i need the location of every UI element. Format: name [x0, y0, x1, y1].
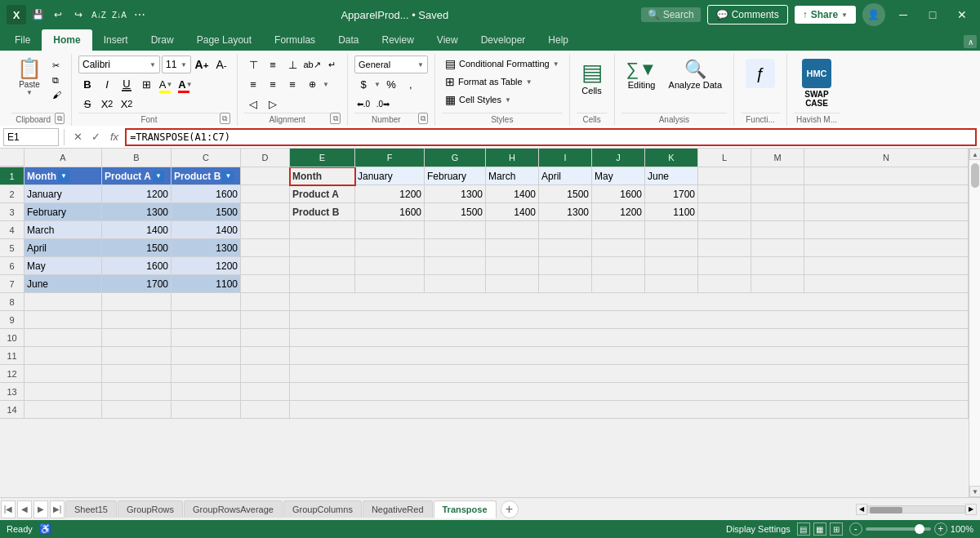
tab-page-layout[interactable]: Page Layout	[185, 29, 263, 51]
cell-C8[interactable]	[172, 293, 241, 311]
row-num-7[interactable]: 7	[0, 275, 24, 293]
cell-J1[interactable]: May	[592, 167, 645, 185]
cell-H3[interactable]: 1400	[486, 203, 539, 221]
cell-rest-9[interactable]	[290, 311, 969, 329]
analyze-data-button[interactable]: 🔍 Analyze Data	[664, 56, 727, 93]
cell-K4[interactable]	[645, 221, 698, 239]
cell-A1[interactable]: Month ▼	[24, 167, 102, 185]
row-num-2[interactable]: 2	[0, 185, 24, 203]
cell-D6[interactable]	[241, 257, 290, 275]
row-num-3[interactable]: 3	[0, 203, 24, 221]
subscript-button[interactable]: X2	[98, 95, 116, 113]
tab-view[interactable]: View	[425, 29, 470, 51]
tab-developer[interactable]: Developer	[470, 29, 537, 51]
cell-M3[interactable]	[751, 203, 804, 221]
cell-H6[interactable]	[486, 257, 539, 275]
cell-rest-11[interactable]	[290, 347, 969, 365]
cell-F6[interactable]	[355, 257, 425, 275]
cell-L1[interactable]	[698, 167, 751, 185]
cell-D10[interactable]	[241, 329, 290, 347]
cell-G1[interactable]: February	[425, 167, 486, 185]
cell-M1[interactable]	[751, 167, 804, 185]
sheet-tab-groupcolumns[interactable]: GroupColumns	[283, 500, 362, 518]
orientation-button[interactable]: ab↗	[303, 56, 321, 73]
cell-J6[interactable]	[592, 257, 645, 275]
cell-L4[interactable]	[698, 221, 751, 239]
align-right-button[interactable]: ≡	[283, 75, 301, 93]
cell-A9[interactable]	[24, 311, 102, 329]
ribbon-collapse-icon[interactable]: ∧	[964, 35, 977, 48]
cell-I2[interactable]: 1500	[539, 185, 592, 203]
cell-E5[interactable]	[290, 239, 355, 257]
tab-scroll-right[interactable]: ▶|	[50, 500, 65, 518]
cell-B9[interactable]	[102, 311, 172, 329]
strikethrough-button[interactable]: S	[78, 95, 96, 113]
tab-data[interactable]: Data	[327, 29, 370, 51]
cell-D14[interactable]	[241, 401, 290, 419]
cell-C6[interactable]: 1200	[172, 257, 241, 275]
cell-A14[interactable]	[24, 401, 102, 419]
accounting-format-button[interactable]: $	[354, 75, 372, 93]
cell-B3[interactable]: 1300	[102, 203, 172, 221]
swap-case-button[interactable]: HMC SWAP CASE	[794, 56, 840, 111]
conditional-formatting-button[interactable]: ▤ Conditional Formatting ▼	[442, 56, 563, 72]
col-header-N[interactable]: N	[804, 149, 969, 167]
cell-D1[interactable]	[241, 167, 290, 185]
copy-button[interactable]: ⧉	[49, 73, 65, 87]
cell-rest-8[interactable]	[290, 293, 969, 311]
minimize-button[interactable]: ─	[892, 3, 915, 26]
cell-E4[interactable]	[290, 221, 355, 239]
tab-draw[interactable]: Draw	[140, 29, 185, 51]
cell-A2[interactable]: January	[24, 185, 102, 203]
sheet-tab-grouprows[interactable]: GroupRows	[118, 500, 183, 518]
cell-J4[interactable]	[592, 221, 645, 239]
decrease-indent-button[interactable]: ◁	[244, 95, 262, 113]
col-header-M[interactable]: M	[751, 149, 804, 167]
increase-decimal-button[interactable]: .0➡	[374, 95, 392, 113]
align-bottom-button[interactable]: ⊥	[283, 56, 301, 73]
page-break-view-button[interactable]: ⊞	[830, 522, 843, 536]
cell-B10[interactable]	[102, 329, 172, 347]
cell-D2[interactable]	[241, 185, 290, 203]
clipboard-expand[interactable]: ⧉	[55, 113, 65, 124]
number-format-selector[interactable]: General ▼	[354, 56, 428, 73]
cell-D5[interactable]	[241, 239, 290, 257]
cell-A5[interactable]: April	[24, 239, 102, 257]
fill-color-button[interactable]: A ▼	[157, 75, 175, 93]
cell-G4[interactable]	[425, 221, 486, 239]
row-num-9[interactable]: 9	[0, 311, 24, 329]
align-left-button[interactable]: ≡	[244, 75, 262, 93]
cell-M2[interactable]	[751, 185, 804, 203]
cell-C4[interactable]: 1400	[172, 221, 241, 239]
bold-button[interactable]: B	[78, 75, 96, 93]
cell-M5[interactable]	[751, 239, 804, 257]
cell-D9[interactable]	[241, 311, 290, 329]
col-header-H[interactable]: H	[486, 149, 539, 167]
format-as-table-button[interactable]: ⊞ Format as Table ▼	[442, 73, 563, 90]
cell-A4[interactable]: March	[24, 221, 102, 239]
formula-input[interactable]	[125, 128, 977, 146]
cell-C5[interactable]: 1300	[172, 239, 241, 257]
cell-H7[interactable]	[486, 275, 539, 293]
cell-K1[interactable]: June	[645, 167, 698, 185]
cell-G7[interactable]	[425, 275, 486, 293]
font-name-selector[interactable]: Calibri ▼	[78, 56, 160, 73]
cell-A8[interactable]	[24, 293, 102, 311]
align-middle-button[interactable]: ≡	[264, 56, 282, 73]
zoom-out-button[interactable]: -	[849, 522, 862, 536]
cell-A11[interactable]	[24, 347, 102, 365]
cell-F1[interactable]: January	[355, 167, 425, 185]
cell-J3[interactable]: 1200	[592, 203, 645, 221]
scroll-thumb[interactable]	[971, 163, 979, 188]
tab-insert[interactable]: Insert	[92, 29, 140, 51]
col-header-G[interactable]: G	[425, 149, 486, 167]
format-painter-button[interactable]: 🖌	[49, 88, 65, 101]
col-header-B[interactable]: B	[102, 149, 172, 167]
tab-scroll-prev[interactable]: ◀	[17, 500, 32, 518]
col-header-K[interactable]: K	[645, 149, 698, 167]
cell-C1[interactable]: Product B ▼	[172, 167, 241, 185]
row-num-8[interactable]: 8	[0, 293, 24, 311]
cell-B7[interactable]: 1700	[102, 275, 172, 293]
cell-reference-box[interactable]: E1	[3, 128, 59, 146]
cell-rest-12[interactable]	[290, 365, 969, 383]
